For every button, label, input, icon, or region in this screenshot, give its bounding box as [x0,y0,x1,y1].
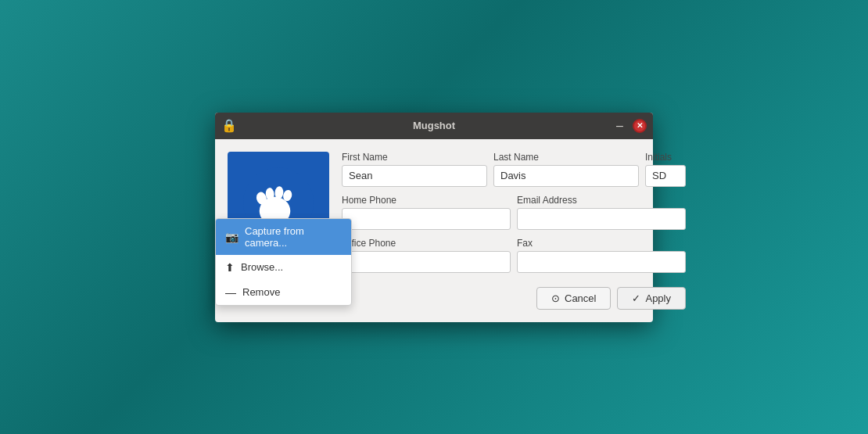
camera-icon: 📷 [225,231,239,243]
home-phone-group: Home Phone [342,195,511,230]
button-row: ⊙ Cancel ✓ Apply [342,287,686,310]
cancel-button[interactable]: ⊙ Cancel [536,287,611,310]
first-name-input[interactable] [342,165,487,187]
mugshot-window: 🔒 Mugshot – ✕ [215,113,653,322]
remove-label: Remove [242,286,280,298]
apply-label: Apply [645,292,671,304]
cancel-icon: ⊙ [551,292,560,304]
titlebar: 🔒 Mugshot – ✕ [215,113,653,139]
email-group: Email Address [517,195,686,230]
window-content: 📷 Capture from camera... ⬆ Browse... — R… [215,139,653,322]
last-name-input[interactable] [493,165,639,187]
capture-camera-label: Capture from camera... [245,225,342,249]
first-name-group: First Name [342,152,487,187]
office-phone-input[interactable] [342,251,511,273]
form-section: First Name Last Name Initials Home Phone [342,152,686,310]
avatar-section: 📷 Capture from camera... ⬆ Browse... — R… [228,152,329,310]
home-phone-label: Home Phone [342,195,511,206]
browse-icon: ⬆ [225,261,235,274]
apply-icon: ✓ [632,292,640,304]
initials-label: Initials [645,152,686,163]
first-name-label: First Name [342,152,487,163]
lock-icon: 🔒 [221,118,237,133]
fax-input[interactable] [517,251,686,273]
browse-label: Browse... [241,261,283,273]
titlebar-controls: – ✕ [616,119,647,133]
fax-label: Fax [517,238,686,249]
office-phone-label: Office Phone [342,238,511,249]
browse-item[interactable]: ⬆ Browse... [216,255,351,280]
close-button[interactable]: ✕ [633,119,647,133]
initials-group: Initials [645,152,686,187]
cancel-label: Cancel [565,292,596,304]
email-label: Email Address [517,195,686,206]
window-title: Mugshot [413,120,455,131]
email-input[interactable] [517,208,686,230]
last-name-label: Last Name [493,152,639,163]
apply-button[interactable]: ✓ Apply [617,287,686,310]
initials-input[interactable] [645,165,686,187]
office-phone-group: Office Phone [342,238,511,273]
phone-email-row: Home Phone Email Address [342,195,686,230]
context-menu: 📷 Capture from camera... ⬆ Browse... — R… [215,218,352,306]
fax-group: Fax [517,238,686,273]
remove-item[interactable]: — Remove [216,280,351,305]
capture-camera-item[interactable]: 📷 Capture from camera... [216,219,351,255]
last-name-group: Last Name [493,152,639,187]
office-fax-row: Office Phone Fax [342,238,686,273]
name-row: First Name Last Name Initials [342,152,686,187]
titlebar-left: 🔒 [221,118,237,133]
minimize-button[interactable]: – [616,120,623,132]
remove-icon: — [225,286,236,299]
home-phone-input[interactable] [342,208,511,230]
